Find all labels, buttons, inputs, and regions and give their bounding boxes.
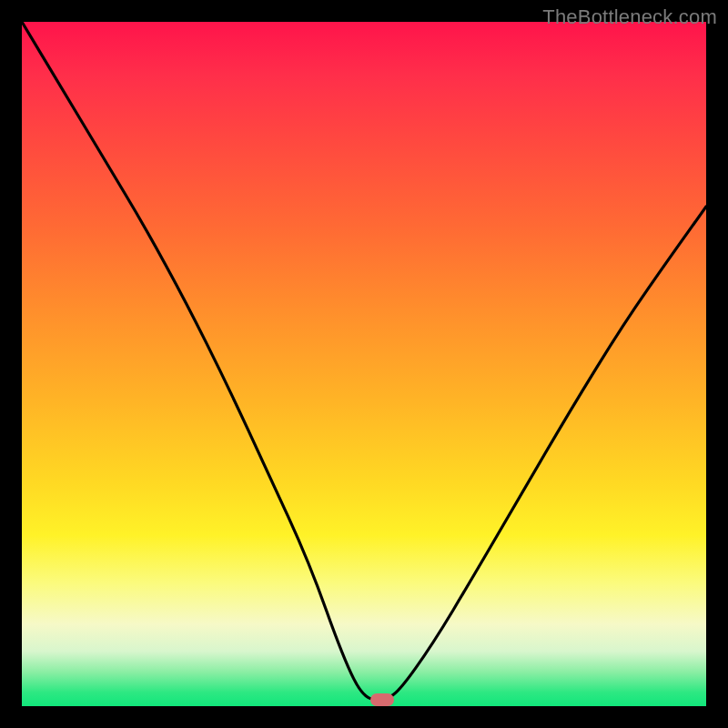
minimum-marker: [370, 693, 394, 706]
bottleneck-curve: [22, 22, 706, 706]
curve-path: [22, 22, 706, 700]
watermark-text: TheBottleneck.com: [542, 5, 717, 29]
chart-frame: TheBottleneck.com: [0, 0, 728, 728]
